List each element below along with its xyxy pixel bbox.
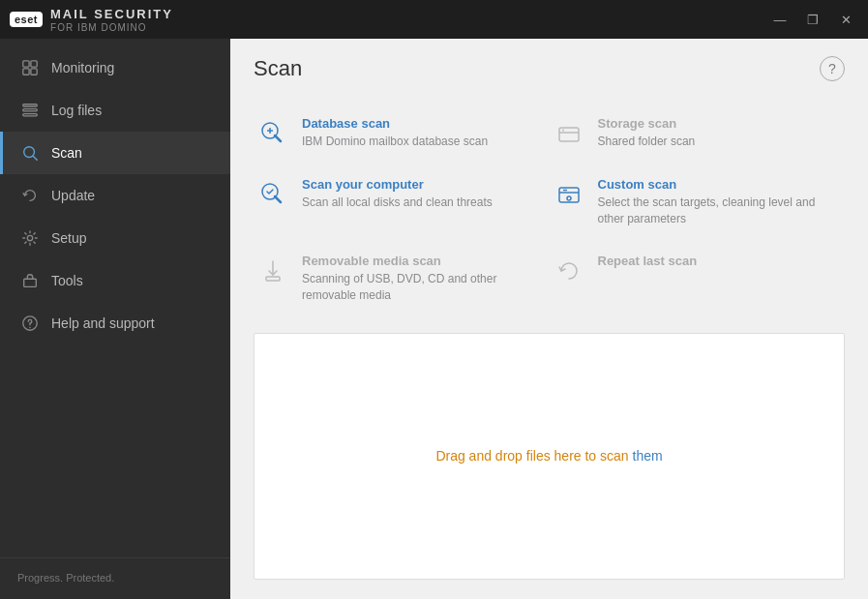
custom-scan-title: Custom scan (598, 177, 830, 192)
svg-line-8 (33, 156, 37, 160)
scan-item-database-scan[interactable]: Database scan IBM Domino mailbox databas… (254, 103, 550, 164)
sidebar-item-tools[interactable]: Tools (0, 259, 230, 302)
scan-item-storage-scan: Storage scan Shared folder scan (550, 103, 846, 164)
help-icon (20, 314, 40, 333)
removable-media-icon (257, 255, 288, 286)
sidebar-item-log-files[interactable]: Log files (0, 89, 230, 132)
sidebar-item-scan[interactable]: Scan (0, 132, 230, 174)
drop-zone-part1: Drag and drop files (435, 448, 554, 464)
grid-icon (20, 58, 40, 77)
sidebar-item-label: Log files (51, 103, 102, 118)
sidebar-nav: Monitoring Log files Scan (0, 39, 230, 557)
sidebar-item-label: Help and support (51, 315, 155, 331)
scan-icon (20, 143, 40, 163)
update-icon (20, 186, 40, 205)
drop-zone-text: Drag and drop files here to scan them (435, 448, 662, 464)
eset-logo: eset (10, 12, 43, 27)
svg-point-24 (567, 196, 571, 200)
database-scan-icon (257, 118, 288, 149)
svg-rect-5 (23, 109, 37, 111)
sidebar-item-label: Update (51, 188, 95, 203)
repeat-scan-icon (554, 255, 584, 286)
custom-scan-desc: Select the scan targets, cleaning level … (598, 195, 830, 227)
svg-rect-1 (31, 61, 37, 67)
removable-media-text: Removable media scan Scanning of USB, DV… (302, 254, 534, 304)
page-title: Scan (254, 56, 302, 81)
computer-scan-text: Scan your computer Scan all local disks … (302, 177, 493, 211)
database-scan-text: Database scan IBM Domino mailbox databas… (302, 116, 488, 150)
storage-scan-title: Storage scan (598, 116, 696, 131)
scan-options-grid: Database scan IBM Domino mailbox databas… (230, 93, 868, 333)
sidebar-item-monitoring[interactable]: Monitoring (0, 46, 230, 89)
repeat-scan-text: Repeat last scan (598, 254, 698, 271)
sidebar-footer: Progress. Protected. (0, 557, 230, 599)
svg-rect-26 (266, 277, 280, 281)
main-layout: Monitoring Log files Scan (0, 39, 868, 599)
list-icon (20, 101, 40, 120)
svg-rect-4 (23, 105, 37, 106)
storage-scan-icon (554, 118, 584, 149)
svg-point-19 (562, 130, 564, 132)
content-header: Scan ? (230, 39, 868, 93)
sidebar-item-help[interactable]: Help and support (0, 302, 230, 344)
titlebar: eset MAIL SECURITY FOR IBM DOMINO — ❐ ✕ (0, 0, 868, 39)
minimize-button[interactable]: — (765, 8, 794, 31)
status-text: Progress. Protected. (0, 566, 132, 589)
drop-zone-part2: here to scan (554, 448, 633, 464)
app-title: MAIL SECURITY (50, 7, 173, 21)
setup-icon (20, 228, 40, 248)
sidebar-item-setup[interactable]: Setup (0, 217, 230, 259)
scan-item-repeat-scan: Repeat last scan (550, 240, 846, 317)
scan-item-custom-scan[interactable]: Custom scan Select the scan targets, cle… (550, 164, 846, 241)
titlebar-controls: — ❐ ✕ (765, 8, 860, 31)
tools-icon (20, 271, 40, 290)
title-text-block: MAIL SECURITY FOR IBM DOMINO (50, 7, 173, 33)
svg-rect-0 (23, 61, 29, 67)
svg-point-12 (29, 327, 30, 328)
sidebar: Monitoring Log files Scan (0, 39, 230, 599)
custom-scan-icon (554, 179, 584, 210)
app-subtitle: FOR IBM DOMINO (50, 22, 173, 33)
sidebar-item-label: Tools (51, 273, 83, 288)
svg-line-21 (275, 196, 281, 202)
maximize-button[interactable]: ❐ (798, 8, 827, 31)
help-button[interactable]: ? (820, 56, 845, 81)
svg-rect-17 (559, 128, 579, 141)
scan-item-removable-media: Removable media scan Scanning of USB, DV… (254, 240, 550, 317)
custom-scan-text: Custom scan Select the scan targets, cle… (598, 177, 830, 227)
drop-zone-part3: them (633, 448, 663, 464)
sidebar-item-update[interactable]: Update (0, 174, 230, 217)
storage-scan-text: Storage scan Shared folder scan (598, 116, 696, 150)
removable-media-desc: Scanning of USB, DVD, CD and other remov… (302, 271, 534, 304)
database-scan-desc: IBM Domino mailbox database scan (302, 134, 488, 150)
content-area: Scan ? Database scan IBM Domino mailbox … (230, 39, 868, 599)
sidebar-item-label: Setup (51, 230, 87, 246)
scan-item-computer[interactable]: Scan your computer Scan all local disks … (254, 164, 550, 241)
sidebar-item-label: Monitoring (51, 60, 114, 75)
computer-scan-icon (257, 179, 288, 210)
storage-scan-desc: Shared folder scan (598, 134, 696, 150)
svg-rect-3 (31, 69, 37, 75)
close-button[interactable]: ✕ (831, 8, 860, 31)
database-scan-title: Database scan (302, 116, 488, 131)
sidebar-item-label: Scan (51, 145, 82, 161)
repeat-scan-title: Repeat last scan (598, 254, 698, 268)
drop-zone[interactable]: Drag and drop files here to scan them (254, 333, 845, 580)
titlebar-left: eset MAIL SECURITY FOR IBM DOMINO (0, 7, 173, 33)
svg-line-14 (275, 135, 281, 141)
computer-scan-desc: Scan all local disks and clean threats (302, 195, 493, 211)
computer-scan-title: Scan your computer (302, 177, 493, 192)
svg-rect-6 (23, 114, 37, 116)
svg-rect-2 (23, 69, 29, 75)
removable-media-title: Removable media scan (302, 254, 534, 268)
svg-point-9 (27, 235, 32, 240)
svg-rect-10 (24, 279, 37, 286)
